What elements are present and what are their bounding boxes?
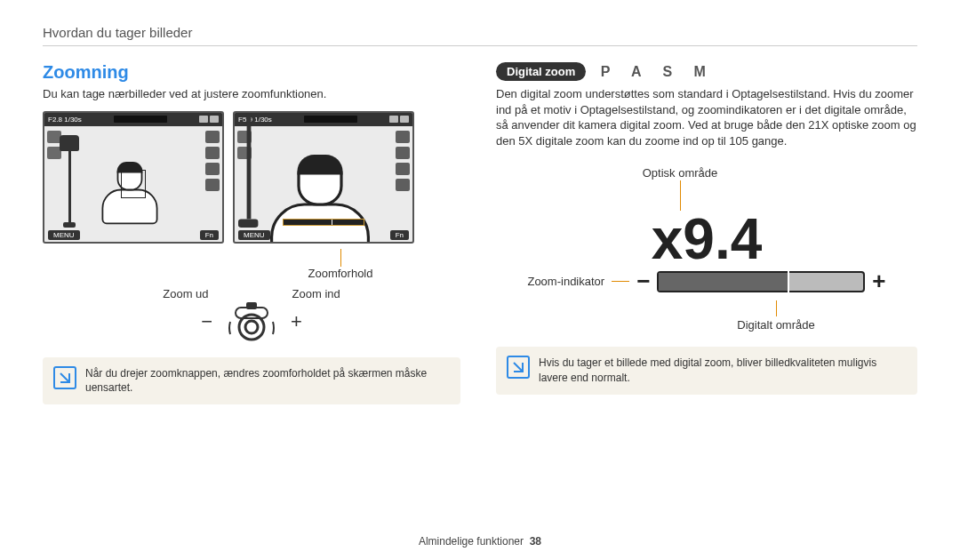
menu-button[interactable]: MENU (48, 230, 80, 240)
page-footer: Almindelige funktioner 38 (0, 535, 960, 548)
plus-icon: + (872, 268, 885, 295)
ev-scale (114, 116, 167, 123)
exposure-readout: F2.8 1/30s (48, 116, 82, 124)
fn-button[interactable]: Fn (390, 230, 409, 240)
camera-preview-zoomed: F5.9 1/30s x9.4 MENU Fn (233, 111, 414, 244)
note-icon (53, 366, 76, 389)
digital-zoom-paragraph: Den digital zoom understøttes som standa… (496, 86, 917, 148)
footer-page-number: 38 (530, 535, 541, 548)
zoom-bar-icon (283, 219, 364, 226)
plus-icon: + (291, 312, 302, 332)
footer-section: Almindelige funktioner (419, 535, 524, 548)
section-heading-zoom: Zoomning (43, 62, 460, 83)
optical-range-label: Optisk område (643, 166, 718, 180)
zoom-in-label: Zoom ind (292, 287, 340, 300)
zoom-indicator-label: Zoom-indikator (527, 275, 604, 288)
breadcrumb: Hvordan du tager billeder (43, 25, 917, 46)
zoom-dial-icon (225, 300, 278, 343)
note-digital-quality: Hvis du tager et billede med digital zoo… (496, 347, 917, 395)
zoom-value-large: x9.4 (496, 211, 917, 268)
note-icon (507, 356, 530, 379)
minus-icon: − (636, 268, 650, 295)
zoom-ratio-label: Zoomforhold (308, 267, 373, 280)
camera-preview-wide: F2.8 1/30s MENU Fn (43, 111, 224, 244)
menu-button[interactable]: MENU (238, 230, 270, 240)
ev-scale (304, 116, 357, 123)
scene-illustration (50, 129, 217, 228)
note-text: Hvis du tager et billede med digital zoo… (539, 356, 907, 386)
mode-letters: P A S M (601, 64, 715, 80)
fn-button[interactable]: Fn (200, 230, 219, 240)
zoom-ratio-readout: x9.4 (315, 208, 332, 218)
svg-point-2 (245, 321, 258, 333)
svg-rect-0 (246, 302, 257, 309)
zoom-indicator-bar (657, 271, 865, 292)
zoom-out-label: Zoom ud (163, 287, 208, 300)
zoom-intro: Du kan tage nærbilleder ved at justere z… (43, 86, 460, 102)
note-text: Når du drejer zoomknappen, ændres zoomfo… (85, 366, 450, 396)
digital-zoom-badge: Digital zoom (496, 62, 586, 81)
af-box-icon (121, 170, 146, 198)
digital-range-label: Digitalt område (737, 318, 814, 332)
minus-icon: − (201, 312, 212, 332)
note-zoom-dial: Når du drejer zoomknappen, ændres zoomfo… (43, 357, 460, 405)
